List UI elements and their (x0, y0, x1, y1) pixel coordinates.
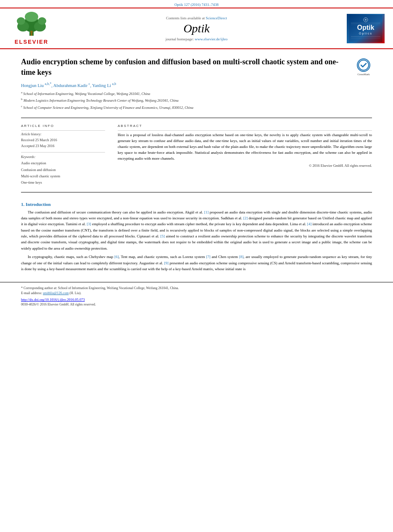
history-label: Article history: (21, 132, 105, 136)
crossmark-icon (357, 58, 370, 72)
keywords-label: Keywords: (21, 155, 105, 159)
abstract-divider (118, 130, 372, 131)
intro-paragraph-1: The confusion and diffusion of secure co… (21, 209, 372, 252)
affiliation-b: b Modern Logistics Information Engineeri… (21, 97, 351, 103)
ref-1-link[interactable]: [1] (204, 210, 209, 214)
svg-point-7 (30, 31, 33, 33)
crossmark-container: CrossMark (355, 58, 372, 76)
homepage-text: journal homepage: (166, 37, 194, 41)
svg-point-17 (365, 19, 367, 21)
keyword-1: Audio encryption (21, 160, 105, 166)
abstract-header: ABSTRACT (118, 124, 372, 128)
corresponding-author-note: * Corresponding author at: School of Inf… (21, 286, 372, 291)
email-link[interactable]: smithliu@126.com (43, 291, 69, 295)
section-title-text: Introduction (26, 202, 51, 207)
page: Optik 127 (2016) 7431–7438 ELSEVI (0, 0, 393, 532)
crossmark-svg (358, 59, 369, 71)
affiliation-c: c School of Computer Science and Enginee… (21, 104, 351, 111)
corresponding-author-text: * Corresponding author at: School of Inf… (21, 286, 179, 290)
abstract-body-divider (21, 192, 372, 192)
elsevier-tree-icon (13, 12, 50, 37)
svg-point-5 (38, 17, 46, 25)
article-info-abstract-section: ARTICLE INFO Article history: Received 2… (0, 121, 393, 189)
title-divider (21, 118, 372, 118)
intro-section-title: 1. Introduction (21, 202, 372, 207)
ref-7-link[interactable]: [7] (206, 255, 211, 259)
affiliation-a: a School of Information Engineering, Wei… (21, 90, 351, 97)
email-line: E-mail address: smithliu@126.com (H. Liu… (21, 291, 372, 296)
received-date: Received 25 March 2016 (21, 137, 105, 143)
svg-rect-8 (31, 33, 32, 36)
elsevier-text: ELSEVIER (15, 39, 48, 45)
article-info-header: ARTICLE INFO (21, 124, 105, 128)
homepage-line: journal homepage: www.elsevier.de/ijleo (55, 37, 338, 41)
doi-line: http://dx.doi.org/10.1016/j.ijleo.2016.0… (21, 298, 372, 302)
article-history-block: Article history: Received 25 March 2016 … (21, 132, 105, 149)
keywords-block: Keywords: Audio encryption Confusion and… (21, 155, 105, 186)
article-authors: Hongjun Liu a,b,*, Abdurahman Kadir c, Y… (21, 82, 351, 88)
optik-logo: Optik Optics (347, 14, 385, 43)
journal-citation: Optik 127 (2016) 7431–7438 (0, 0, 393, 8)
ref-2-link[interactable]: [2] (243, 216, 248, 220)
article-info-column: ARTICLE INFO Article history: Received 2… (21, 124, 105, 186)
article-title: Audio encryption scheme by confusion and… (21, 57, 351, 78)
journal-header-banner: ELSEVIER Contents lists available at Sci… (0, 8, 393, 49)
homepage-link[interactable]: www.elsevier.de/ijleo (195, 37, 227, 41)
copyright-line: © 2016 Elsevier GmbH. All rights reserve… (118, 163, 372, 168)
svg-point-6 (25, 12, 38, 22)
ref-8-link[interactable]: [8] (239, 255, 244, 259)
sciencedirect-line: Contents lists available at ScienceDirec… (55, 16, 338, 20)
citation-text: Optik 127 (2016) 7431–7438 (174, 3, 219, 7)
keyword-2: Confusion and diffusion (21, 167, 105, 173)
article-title-section: Audio encryption scheme by confusion and… (0, 49, 393, 115)
sciencedirect-link[interactable]: ScienceDirect (206, 16, 227, 20)
accepted-date: Accepted 23 May 2016 (21, 143, 105, 149)
svg-text:Optik: Optik (357, 24, 375, 31)
section-number: 1. (21, 202, 24, 207)
doi-link[interactable]: http://dx.doi.org/10.1016/j.ijleo.2016.0… (21, 298, 85, 302)
crossmark-label: CrossMark (358, 73, 370, 76)
abstract-column: ABSTRACT Here is a proposal of lossless … (118, 124, 372, 186)
article-title-content: Audio encryption scheme by confusion and… (21, 57, 351, 111)
intro-paragraph-2: In cryptography, chaotic maps, such as C… (21, 254, 372, 272)
elsevier-logo-container: ELSEVIER (8, 12, 55, 45)
optik-logo-image: Optik Optics (349, 15, 382, 42)
email-suffix: (H. Liu). (69, 291, 81, 295)
ref-4-link[interactable]: [4] (307, 222, 312, 226)
sciencedirect-text: Contents lists available at (166, 16, 205, 20)
ref-9-link[interactable]: [9] (164, 261, 169, 265)
keyword-4: One-time keys (21, 179, 105, 186)
ref-5-link[interactable]: [5] (160, 234, 165, 238)
optik-logo-container: Optik Optics (338, 14, 385, 43)
body-content: 1. Introduction The confusion and diffus… (0, 195, 393, 278)
article-affiliations: a School of Information Engineering, Wei… (21, 90, 351, 111)
keyword-3: Multi-scroll chaotic system (21, 173, 105, 179)
abstract-text: Here is a proposal of lossless dual-chan… (118, 132, 372, 162)
issn-line: 0030-4026/© 2016 Elsevier GmbH. All righ… (21, 303, 372, 306)
svg-point-18 (359, 60, 369, 70)
ref-6-link[interactable]: [6] (114, 255, 119, 259)
info-divider-2 (21, 152, 105, 153)
journal-title-center: Contents lists available at ScienceDirec… (55, 16, 338, 41)
ref-3-link[interactable]: [3] (87, 222, 91, 226)
email-label: E-mail address: (21, 291, 42, 295)
elsevier-logo: ELSEVIER (8, 12, 55, 45)
svg-point-4 (17, 17, 25, 25)
svg-text:Optics: Optics (359, 32, 372, 35)
info-divider-1 (21, 130, 105, 131)
footer-notes: * Corresponding author at: School of Inf… (0, 282, 393, 310)
journal-name: Optik (55, 22, 338, 35)
